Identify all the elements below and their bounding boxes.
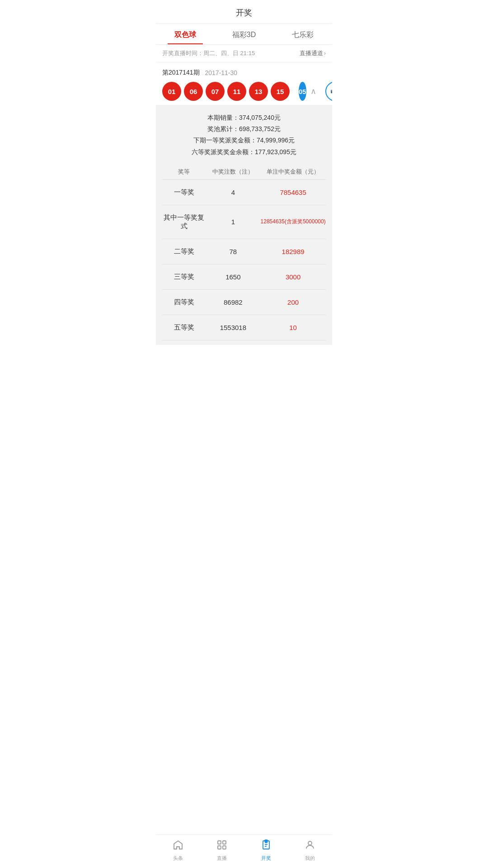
table-row: 二等奖 78 182989 bbox=[162, 239, 326, 264]
prize-amount-3: 3000 bbox=[260, 273, 326, 281]
col-header-prize: 奖等 bbox=[162, 168, 206, 176]
chevron-right-icon: › bbox=[324, 50, 326, 57]
draw-section: 第2017141期 2017-11-30 01 06 07 11 13 15 0… bbox=[156, 62, 332, 101]
red-ball-4: 11 bbox=[227, 82, 246, 101]
prize-count-3: 1650 bbox=[206, 273, 261, 281]
video-camera-icon: 📹 bbox=[330, 86, 332, 96]
period-label: 第2017141期 bbox=[162, 69, 200, 77]
prize-name-1b: 其中一等奖复式 bbox=[162, 213, 206, 231]
table-row: 其中一等奖复式 1 12854635(含派奖5000000) bbox=[162, 205, 326, 239]
tab-bar: 双色球 福彩3D 七乐彩 bbox=[156, 24, 332, 45]
table-row: 一等奖 4 7854635 bbox=[162, 180, 326, 205]
prize-count-4: 86982 bbox=[206, 298, 261, 306]
draw-controls: ∧ 📹 bbox=[306, 81, 332, 101]
chevron-up-icon: ∧ bbox=[310, 86, 316, 96]
collapse-button[interactable]: ∧ bbox=[306, 84, 321, 99]
tab-fucai3d[interactable]: 福彩3D bbox=[215, 24, 273, 44]
summary-info: 本期销量：374,075,240元 奖池累计：698,733,752元 下期一等… bbox=[162, 112, 326, 158]
table-row: 四等奖 86982 200 bbox=[162, 290, 326, 315]
detail-panel: 本期销量：374,075,240元 奖池累计：698,733,752元 下期一等… bbox=[156, 105, 332, 345]
prize-name-1: 一等奖 bbox=[162, 188, 206, 197]
prize-amount-5: 10 bbox=[260, 324, 326, 331]
prize-table: 奖等 中奖注数（注） 单注中奖金额（元） 一等奖 4 7854635 其中一等奖… bbox=[162, 164, 326, 340]
prize-count-5: 1553018 bbox=[206, 324, 261, 331]
prize-amount-2: 182989 bbox=[260, 248, 326, 255]
red-ball-5: 13 bbox=[249, 82, 268, 101]
live-time-label: 开奖直播时间：周二、四、日 21:15 bbox=[162, 49, 255, 57]
video-button[interactable]: 📹 bbox=[325, 81, 332, 101]
tab-shuangseqiu[interactable]: 双色球 bbox=[156, 24, 215, 44]
prize-count-1b: 1 bbox=[206, 218, 261, 226]
red-ball-2: 06 bbox=[184, 82, 203, 101]
tab-qilecai[interactable]: 七乐彩 bbox=[273, 24, 332, 44]
blue-ball: 05 bbox=[299, 82, 306, 101]
summary-line3: 下期一等奖派奖金额：74,999,996元 bbox=[162, 135, 326, 146]
period-date: 2017-11-30 bbox=[205, 69, 238, 76]
prize-amount-1b: 12854635(含派奖5000000) bbox=[260, 218, 326, 226]
col-header-count: 中奖注数（注） bbox=[206, 168, 261, 176]
header: 开奖 bbox=[156, 0, 332, 24]
red-balls-container: 01 06 07 11 13 15 bbox=[162, 82, 290, 101]
prize-count-1: 4 bbox=[206, 189, 261, 196]
red-ball-1: 01 bbox=[162, 82, 181, 101]
prize-amount-1: 7854635 bbox=[260, 189, 326, 196]
summary-line4: 六等奖派奖奖金余额：177,923,095元 bbox=[162, 146, 326, 158]
table-row: 三等奖 1650 3000 bbox=[162, 264, 326, 290]
table-header-row: 奖等 中奖注数（注） 单注中奖金额（元） bbox=[162, 164, 326, 180]
summary-line1: 本期销量：374,075,240元 bbox=[162, 112, 326, 123]
page-title: 开奖 bbox=[236, 8, 252, 17]
prize-count-2: 78 bbox=[206, 248, 261, 255]
live-info-bar: 开奖直播时间：周二、四、日 21:15 直播通道 › bbox=[156, 45, 332, 62]
prize-name-4: 四等奖 bbox=[162, 298, 206, 307]
prize-amount-4: 200 bbox=[260, 298, 326, 306]
draw-period: 第2017141期 2017-11-30 bbox=[162, 69, 326, 77]
prize-name-5: 五等奖 bbox=[162, 323, 206, 332]
col-header-amount: 单注中奖金额（元） bbox=[260, 168, 326, 176]
red-ball-3: 07 bbox=[206, 82, 225, 101]
prize-name-2: 二等奖 bbox=[162, 247, 206, 256]
draw-numbers-row: 01 06 07 11 13 15 05 ∧ 📹 bbox=[162, 81, 326, 101]
prize-name-3: 三等奖 bbox=[162, 273, 206, 281]
summary-line2: 奖池累计：698,733,752元 bbox=[162, 123, 326, 135]
table-row: 五等奖 1553018 10 bbox=[162, 315, 326, 340]
live-channel-link[interactable]: 直播通道 › bbox=[300, 49, 326, 57]
red-ball-6: 15 bbox=[271, 82, 290, 101]
